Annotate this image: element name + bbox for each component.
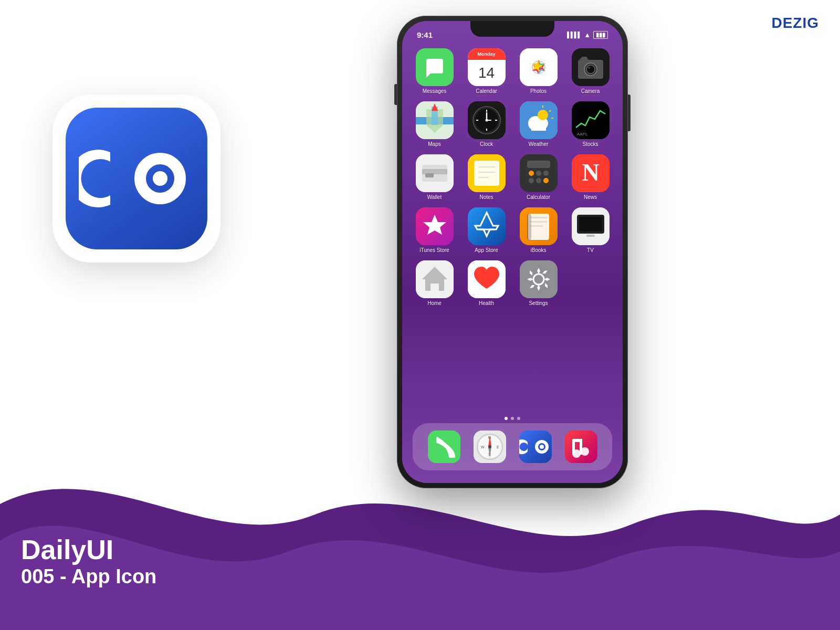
calendar-icon: Monday 14 xyxy=(468,48,506,86)
svg-rect-44 xyxy=(527,161,550,168)
svg-point-50 xyxy=(543,178,549,183)
svg-point-49 xyxy=(536,178,541,183)
svg-rect-37 xyxy=(425,173,434,177)
dock-phone[interactable] xyxy=(428,430,460,463)
page-dot-1 xyxy=(505,417,508,420)
app-health[interactable]: Health xyxy=(463,260,510,306)
app-tv[interactable]: TV xyxy=(566,207,614,253)
photos-label: Photos xyxy=(530,88,547,94)
maps-icon xyxy=(416,101,454,139)
settings-icon xyxy=(520,260,558,298)
battery-icon: ▮▮▮ xyxy=(593,31,608,39)
app-icon-inner xyxy=(66,108,207,249)
bottom-text-container: DailyUI 005 - App Icon xyxy=(21,534,156,588)
svg-rect-62 xyxy=(527,214,531,240)
dock-safari-icon: N S W E xyxy=(474,430,506,463)
dock: N S W E xyxy=(413,423,612,470)
tv-label: TV xyxy=(587,247,594,253)
dock-co[interactable] xyxy=(519,430,552,463)
health-icon xyxy=(468,260,506,298)
settings-label: Settings xyxy=(529,300,548,306)
health-label: Health xyxy=(479,300,494,306)
app-clock[interactable]: Clock xyxy=(463,101,510,147)
svg-rect-91 xyxy=(572,439,582,442)
itunes-label: iTunes Store xyxy=(419,247,449,253)
dock-music[interactable] xyxy=(565,430,597,463)
signal-icon: ▌▌▌▌ xyxy=(567,32,581,38)
app-calculator[interactable]: Calculator xyxy=(514,154,562,200)
weather-icon xyxy=(520,101,558,139)
wallet-icon xyxy=(416,154,454,192)
svg-rect-61 xyxy=(530,225,543,227)
app-appstore[interactable]: App Store xyxy=(463,207,510,253)
app-photos[interactable]: Photos xyxy=(514,48,562,94)
app-messages[interactable]: Messages xyxy=(411,48,458,94)
stocks-icon: AAPL xyxy=(572,101,610,139)
calendar-day-num: 14 xyxy=(478,66,495,80)
wallet-label: Wallet xyxy=(427,194,442,200)
app-notes[interactable]: Notes xyxy=(463,154,510,200)
large-app-icon xyxy=(52,94,220,262)
svg-text:N: N xyxy=(488,436,491,439)
notes-label: Notes xyxy=(479,194,493,200)
app-wallet[interactable]: Wallet xyxy=(411,154,458,200)
app-camera[interactable]: Camera xyxy=(566,48,614,94)
brand-logo: DEZIG xyxy=(771,15,819,32)
svg-rect-59 xyxy=(530,217,547,218)
app-settings[interactable]: Settings xyxy=(514,260,562,306)
svg-point-48 xyxy=(529,178,534,183)
messages-icon xyxy=(416,48,454,86)
svg-point-28 xyxy=(538,110,548,120)
home-icon xyxy=(416,260,454,298)
app-itunes[interactable]: iTunes Store xyxy=(411,207,458,253)
clock-icon xyxy=(468,101,506,139)
svg-rect-27 xyxy=(531,123,546,131)
svg-rect-39 xyxy=(474,161,499,186)
wifi-icon: ▲ xyxy=(584,31,591,39)
svg-point-45 xyxy=(529,171,534,176)
status-time: 9:41 xyxy=(417,30,433,39)
clock-label: Clock xyxy=(480,141,493,147)
ibooks-icon xyxy=(520,207,558,245)
notch xyxy=(470,21,554,37)
maps-label: Maps xyxy=(428,141,440,147)
svg-text:W: W xyxy=(481,445,485,449)
weather-label: Weather xyxy=(529,141,549,147)
camera-icon xyxy=(572,48,610,86)
svg-text:N: N xyxy=(582,159,599,186)
svg-point-8 xyxy=(588,67,590,69)
camera-label: Camera xyxy=(581,88,600,94)
news-label: News xyxy=(584,194,597,200)
svg-point-47 xyxy=(543,171,549,176)
subtitle-label: 005 - App Icon xyxy=(21,565,156,588)
app-news[interactable]: N News xyxy=(566,154,614,200)
daily-ui-label: DailyUI xyxy=(21,534,156,565)
phone-container: 9:41 ▌▌▌▌ ▲ ▮▮▮ Messages xyxy=(397,16,628,488)
svg-rect-66 xyxy=(586,235,595,237)
app-weather[interactable]: Weather xyxy=(514,101,562,147)
app-maps[interactable]: Maps xyxy=(411,101,458,147)
app-grid: Messages Monday 14 Calendar xyxy=(402,44,623,310)
app-stocks[interactable]: AAPL Stocks xyxy=(566,101,614,147)
status-icons: ▌▌▌▌ ▲ ▮▮▮ xyxy=(567,31,608,39)
svg-text:E: E xyxy=(497,445,499,449)
calculator-icon xyxy=(520,154,558,192)
appstore-icon xyxy=(468,207,506,245)
svg-rect-60 xyxy=(530,221,547,223)
tv-icon xyxy=(572,207,610,245)
dock-safari[interactable]: N S W E xyxy=(474,430,506,463)
stocks-label: Stocks xyxy=(582,141,598,147)
app-home[interactable]: Home xyxy=(411,260,458,306)
svg-point-7 xyxy=(586,65,595,74)
calculator-label: Calculator xyxy=(527,194,550,200)
page-dots xyxy=(505,417,520,420)
phone-inner: 9:41 ▌▌▌▌ ▲ ▮▮▮ Messages xyxy=(402,21,623,483)
svg-point-85 xyxy=(540,445,544,449)
svg-rect-70 xyxy=(520,260,558,298)
app-ibooks[interactable]: iBooks xyxy=(514,207,562,253)
app-calendar[interactable]: Monday 14 Calendar xyxy=(463,48,510,94)
photos-icon xyxy=(520,48,558,86)
notes-icon xyxy=(468,154,506,192)
itunes-icon xyxy=(416,207,454,245)
page-dot-2 xyxy=(511,417,514,420)
